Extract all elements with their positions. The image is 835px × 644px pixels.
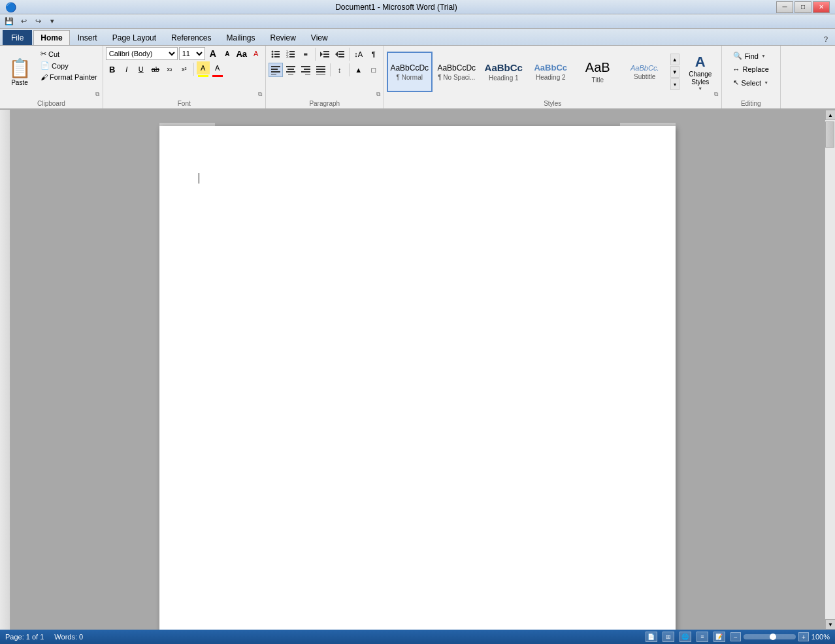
sort-button[interactable]: ↕A [352,47,366,61]
status-right: 📄 ⊞ 🌐 ≡ 📝 − + 100% [646,632,830,642]
tab-page-layout[interactable]: Page Layout [105,30,163,45]
superscript-button[interactable]: x² [178,63,191,76]
justify-button[interactable] [314,63,328,77]
find-label: Find [745,52,759,60]
close-button[interactable]: ✕ [813,1,830,13]
clipboard-dialog-launcher[interactable]: ⧉ [93,90,101,98]
zoom-thumb[interactable] [770,634,776,640]
vertical-scrollbar[interactable]: ▲ ▼ [825,110,835,630]
grow-font-button[interactable]: A [206,47,220,60]
draft-button[interactable]: 📝 [713,632,725,642]
styles-group: AaBbCcDc ¶ Normal AaBbCcDc ¶ No Spaci...… [384,46,722,108]
style-title-preview: AaB [585,60,610,75]
bold-button[interactable]: B [106,63,119,76]
borders-button[interactable]: □ [367,63,381,77]
tab-insert[interactable]: Insert [71,30,105,45]
zoom-in-button[interactable]: + [798,632,809,641]
subscript-button[interactable]: x₂ [163,63,176,76]
style-subtitle[interactable]: AaBbCc. Subtitle [622,52,668,92]
styles-expand[interactable]: ▾ [670,78,679,90]
shading-button[interactable]: ▲ [352,63,366,77]
style-heading1[interactable]: AaBbCc Heading 1 [481,52,527,92]
strikethrough-button[interactable]: ab [149,63,162,76]
underline-button[interactable]: U [135,63,148,76]
increase-indent-button[interactable] [333,47,347,61]
align-center-button[interactable] [284,63,298,77]
full-screen-button[interactable]: ⊞ [663,632,674,642]
scroll-down-button[interactable]: ▼ [825,619,835,630]
qat-undo-button[interactable]: ↩ [17,16,30,27]
bullets-button[interactable] [269,47,283,61]
scroll-track[interactable] [825,120,835,619]
tab-view[interactable]: View [304,30,335,45]
select-label: Select [742,79,762,87]
tab-references[interactable]: References [164,30,218,45]
highlight-color-bar [198,75,208,77]
highlight-button[interactable]: A [197,61,210,74]
find-button[interactable]: 🔍 Find ▼ [730,50,772,62]
styles-scroll-down[interactable]: ▼ [670,66,679,78]
document-page[interactable] [159,126,676,630]
copy-button[interactable]: 📄 Copy [38,60,100,71]
line-spacing-button[interactable]: ↕ [333,63,347,77]
scroll-thumb[interactable] [825,121,834,148]
align-left-button[interactable] [269,63,283,77]
change-styles-icon: A [695,54,706,71]
qat-redo-button[interactable]: ↪ [31,16,44,27]
tab-home[interactable]: Home [33,30,69,45]
svg-rect-26 [286,71,295,72]
find-icon: 🔍 [733,52,742,60]
shrink-font-button[interactable]: A [221,47,234,60]
svg-rect-13 [323,51,329,52]
style-title[interactable]: AaB Title [575,52,621,92]
outline-button[interactable]: ≡ [696,632,708,642]
maximize-button[interactable]: □ [794,1,811,13]
web-layout-button[interactable]: 🌐 [679,632,691,642]
font-family-select[interactable]: Calibri (Body) [106,47,178,60]
tab-mailings[interactable]: Mailings [219,30,262,45]
styles-scroll-up[interactable]: ▲ [670,54,679,65]
qat-custom-button[interactable]: ▾ [46,16,59,27]
zoom-out-button[interactable]: − [730,632,741,641]
tab-review[interactable]: Review [263,30,303,45]
print-layout-button[interactable]: 📄 [646,632,657,642]
multilevel-list-button[interactable]: ≡ [299,47,313,61]
font-content: Calibri (Body) 11 A A Aa A B I U ab x₂ x… [106,47,263,107]
minimize-button[interactable]: ─ [776,1,793,13]
decrease-indent-button[interactable] [318,47,332,61]
qat-save-button[interactable]: 💾 [3,16,16,27]
quick-access-toolbar: 💾 ↩ ↪ ▾ [0,14,835,29]
paragraph-dialog-launcher[interactable]: ⧉ [374,90,382,98]
para-sep2 [349,48,350,61]
numbering-button[interactable]: 1.2.3. [284,47,298,61]
italic-button[interactable]: I [120,63,133,76]
help-button[interactable]: ? [819,33,832,45]
select-button[interactable]: ↖ Select ▼ [730,76,772,89]
cut-button[interactable]: ✂ Cut [38,48,100,59]
svg-rect-5 [274,56,280,57]
tab-file[interactable]: File [3,30,32,45]
style-normal[interactable]: AaBbCcDc ¶ Normal [387,52,433,92]
style-heading2[interactable]: AaBbCc Heading 2 [528,52,574,92]
change-styles-button[interactable]: A ChangeStyles ▼ [682,52,719,92]
format-painter-button[interactable]: 🖌 Format Painter [38,72,100,82]
svg-rect-32 [316,66,325,67]
change-case-button[interactable]: Aa [235,47,248,60]
zoom-slider[interactable] [744,634,796,639]
replace-button[interactable]: ↔ Replace [730,63,772,75]
styles-dialog-launcher[interactable]: ⧉ [712,90,720,98]
paste-button[interactable]: 📋 Paste [3,47,37,97]
svg-rect-15 [323,56,329,57]
style-no-spacing[interactable]: AaBbCcDc ¶ No Spaci... [434,52,480,92]
font-dialog-launcher[interactable]: ⧉ [256,90,264,98]
svg-rect-21 [271,69,278,70]
font-size-select[interactable]: 11 [179,47,205,60]
font-color-button[interactable]: A [211,61,224,74]
window-title: Document1 - Microsoft Word (Trial) [16,3,776,12]
clear-format-button[interactable]: A [250,47,263,60]
align-right-button[interactable] [299,63,313,77]
format-painter-icon: 🖌 [41,73,48,81]
show-hide-button[interactable]: ¶ [367,47,381,61]
scroll-up-button[interactable]: ▲ [825,110,835,120]
document-scroll-area[interactable]: 1 2 3 4 5 6 7 8 9 [10,110,825,630]
